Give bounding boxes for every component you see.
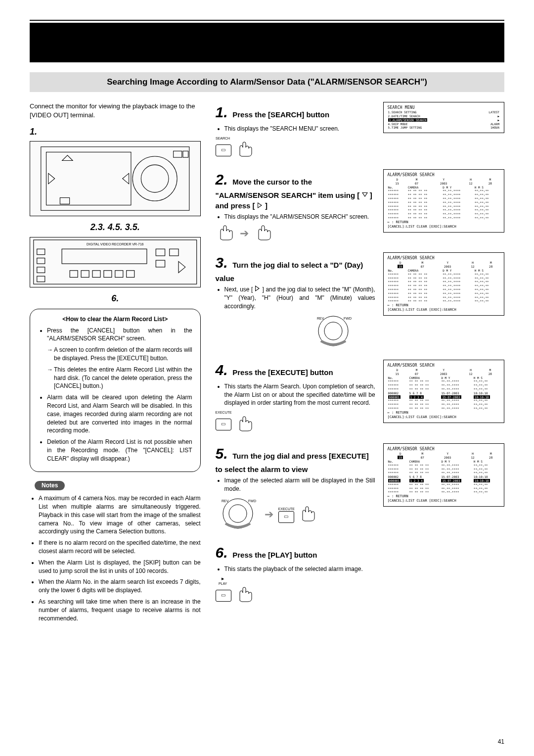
svg-text:FWD: FWD (344, 317, 352, 320)
step1-num: 1. (216, 102, 228, 123)
step4-num: 4. (216, 360, 228, 380)
svg-marker-5 (123, 174, 129, 184)
svg-rect-8 (183, 151, 188, 158)
howto-clear-box: <How to clear the Alarm Record List> Pre… (30, 309, 201, 472)
front-panel-diagram: DIGITAL VIDEO RECORDER VR-716 (30, 237, 201, 287)
search-button-icon: ▭ (216, 144, 231, 156)
step3-title: Turn the jog dial to select a "D" (Day) … (216, 261, 363, 283)
svg-text:REV: REV (317, 317, 324, 320)
execute-button-icon: ▭ (216, 419, 231, 430)
svg-rect-17 (156, 249, 165, 256)
step5-title: Turn the jog dial and press [EXECUTE] to… (216, 452, 369, 473)
note-item: If there is no alarm record on the speci… (39, 539, 201, 556)
execute-button-label: EXECUTE (216, 410, 230, 415)
jog-dial-icon: REVFWD (311, 314, 356, 351)
howto-item: A screen to confirm deletion of the alar… (47, 346, 192, 363)
svg-rect-1 (46, 152, 131, 205)
left-step-2-label: 2.3. 4.5. 3.5. (30, 221, 201, 234)
howto-title: <How to clear the Alarm Record List> (38, 315, 192, 324)
left-step-6-label: 6. (30, 292, 201, 305)
step1-title: Press the [SEARCH] button (232, 110, 329, 119)
step3-num: 3. (216, 252, 228, 273)
arrow-right-icon: ➔ (240, 226, 249, 241)
step4-body: This starts the Alarm Search. Upon compl… (224, 382, 375, 407)
step2-num: 2. (216, 169, 228, 190)
right-triangle-icon (255, 285, 261, 291)
svg-marker-6 (62, 155, 73, 161)
search-button-label: SEARCH (216, 136, 230, 141)
note-item: When the Alarm No. in the alarm search l… (39, 578, 201, 595)
svg-rect-21 (70, 271, 78, 278)
execute-button-icon: ▭ (278, 511, 294, 523)
alarm-search-screen-2: ALARM/SENSOR SEARCHDMYHM150720031228No.C… (383, 169, 504, 233)
play-button-icon: ▭ (216, 590, 231, 602)
device-top-diagram (30, 141, 201, 216)
svg-text:FWD: FWD (248, 499, 256, 503)
svg-rect-14 (37, 258, 45, 264)
svg-text:REV: REV (222, 499, 229, 503)
howto-item: Deletion of the Alarm Record List is not… (47, 438, 192, 463)
intro-text: Connect the monitor for viewing the play… (30, 102, 201, 120)
svg-point-2 (133, 156, 177, 201)
hand-icon (216, 224, 235, 243)
note-item: As searching will take time when there i… (39, 598, 201, 622)
svg-rect-22 (81, 271, 89, 278)
execute-button-label: EXECUTE (278, 507, 293, 512)
step2-title: Move the cursor to the "ALARM/SENSOR SEA… (216, 178, 372, 210)
section-title: Searching Image According to Alarm/Senso… (30, 72, 504, 92)
svg-point-28 (324, 322, 342, 340)
right-triangle-icon (257, 202, 263, 208)
svg-rect-12 (62, 249, 147, 264)
step5-body: Image of the selected alarm will be disp… (224, 476, 375, 493)
hand-icon (298, 505, 317, 524)
notes-badge: Notes (35, 481, 65, 490)
step2-body: This displays the "ALARM/SENSOR SEARCH" … (224, 213, 375, 221)
down-triangle-icon (362, 192, 368, 198)
svg-marker-20 (178, 261, 185, 273)
svg-rect-19 (156, 260, 165, 267)
hand-icon (254, 224, 273, 243)
step6-num: 6. (216, 542, 228, 563)
jog-dial-icon: REVFWD (216, 496, 260, 533)
svg-text:DIGITAL VIDEO RECORDER VR-716: DIGITAL VIDEO RECORDER VR-716 (87, 242, 144, 246)
step6-body: This starts the playback of the selected… (224, 565, 504, 573)
alarm-search-screen-5: ALARM/SENSOR SEARCHDMYHM150720031228No.C… (383, 443, 504, 507)
step4-title: Press the [EXECUTE] button (232, 368, 333, 377)
search-menu-screen: SEARCH MENU 1.SEARCH SETTINGLATEST2.DATE… (383, 102, 504, 133)
note-item: A maximum of 4 camera Nos. may be record… (39, 494, 201, 536)
svg-rect-25 (115, 271, 123, 278)
svg-rect-16 (37, 276, 45, 282)
step1-body: This displays the "SEARCH MENU" screen. (224, 125, 375, 133)
svg-rect-0 (41, 147, 189, 211)
hand-icon (235, 415, 255, 434)
svg-rect-13 (37, 249, 45, 254)
left-step-1-label: 1. (30, 126, 201, 138)
hand-icon (235, 141, 255, 160)
alarm-search-screen-3: ALARM/SENSOR SEARCHDMYHM150720031228No.C… (383, 252, 504, 316)
svg-rect-23 (92, 271, 100, 278)
step5-num: 5. (216, 443, 228, 464)
svg-rect-7 (174, 151, 182, 158)
svg-rect-18 (170, 249, 178, 256)
svg-rect-26 (127, 271, 134, 278)
note-item: When the Alarm List is displayed, the [S… (39, 559, 201, 575)
howto-item: Alarm data will be cleared upon deleting… (47, 393, 192, 435)
step3-body: Next, use [ ] and the jog dial to select… (224, 285, 375, 310)
alarm-search-screen-4: ALARM/SENSOR SEARCHDMYHM150720031228No.C… (383, 360, 504, 423)
arrow-right-icon: ➔ (265, 507, 273, 522)
howto-item: Press the [CANCEL] button when in the "A… (47, 327, 192, 343)
svg-point-32 (229, 505, 247, 522)
hand-icon (235, 586, 255, 605)
header-black-block (30, 23, 504, 62)
svg-rect-9 (60, 198, 69, 204)
step6-title: Press the [PLAY] button (232, 551, 317, 559)
svg-marker-4 (48, 174, 55, 184)
howto-item: This deletes the entire Alarm Record Lis… (47, 366, 192, 390)
svg-rect-15 (37, 267, 45, 273)
notes-list: A maximum of 4 camera Nos. may be record… (30, 494, 201, 622)
svg-rect-24 (104, 271, 112, 278)
svg-point-3 (141, 165, 169, 193)
play-button-label: PLAY (216, 581, 230, 586)
